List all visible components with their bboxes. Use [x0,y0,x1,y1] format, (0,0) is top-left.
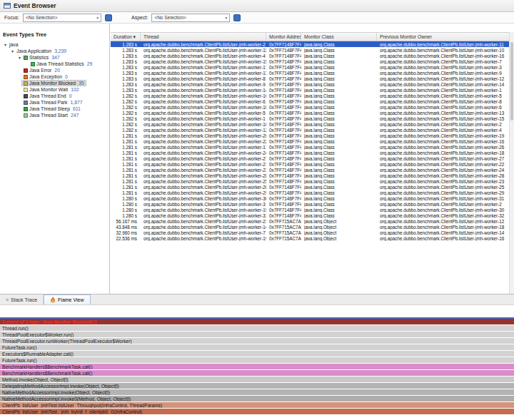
flame-root-frame[interactable]: 1 event of 1 type: Java Monitor Blocked[… [0,319,514,324]
cell-monitor-address: 0x7FF7148F7F40 [266,65,301,70]
table-row[interactable]: 56.167 msorg.apache.dubbo.benchmark.Clie… [111,218,509,224]
table-row[interactable]: 32.960 msorg.apache.dubbo.benchmark.Clie… [111,230,509,235]
table-row[interactable]: 1.281 sorg.apache.dubbo.benchmark.Client… [111,155,509,161]
column-header-thread[interactable]: Thread [141,33,266,41]
flame-frame[interactable]: ThreadPoolExecutor.runWorker(ThreadPoolE… [0,338,514,344]
flame-frame[interactable]: FutureTask.run() [0,344,514,350]
event-types-tree-panel: Event Types Tree ▾java▾Java Application3… [0,24,110,294]
table-row[interactable]: 1.281 sorg.apache.dubbo.benchmark.Client… [111,133,509,138]
flame-frame[interactable]: FutureTask.run() [0,357,514,363]
tree-item-java-monitor-wait[interactable]: Java Monitor Wait102 [0,86,109,93]
table-row[interactable]: 1.282 sorg.apache.dubbo.benchmark.Client… [111,110,509,116]
flame-frame[interactable]: NativeMethodAccessorImpl.invoke0(Method,… [0,396,514,401]
cell-duration: 1.282 s [111,116,141,121]
flame-frame[interactable]: ClientPb_listUser_jmhTest._jmh_tryInit_f… [0,409,514,414]
table-row[interactable]: 1.283 sorg.apache.dubbo.benchmark.Client… [111,70,509,76]
expand-arrow-icon[interactable]: ▾ [17,55,22,60]
scrollbar-thumb[interactable] [510,42,513,121]
tree-item-java-exception[interactable]: Java Exception0 [0,73,109,80]
tree-item-java-thread-park[interactable]: Java Thread Park1,877 [0,99,109,106]
expand-arrow-icon[interactable]: ▾ [10,48,15,53]
table-row[interactable]: 1.280 sorg.apache.dubbo.benchmark.Client… [111,201,509,207]
cell-previous-monitor-owner: org.apache.dubbo.benchmark.ClientPb.list… [377,53,509,58]
event-type-icon [24,81,28,86]
table-row[interactable]: 1.283 sorg.apache.dubbo.benchmark.Client… [111,58,509,64]
table-row[interactable]: 1.282 sorg.apache.dubbo.benchmark.Client… [111,116,509,121]
table-row[interactable]: 22.536 msorg.apache.dubbo.benchmark.Clie… [111,235,509,241]
column-header-previous-monitor-owner[interactable]: Previous Monitor Owner [377,33,514,41]
cell-monitor-address: 0x7FF7148F7F40 [266,185,301,190]
cell-monitor-class: java.lang.Class [301,173,377,178]
table-row[interactable]: 1.283 sorg.apache.dubbo.benchmark.Client… [111,87,509,93]
event-table-panel: Duration ▾ThreadMonitor AddressMonitor C… [111,24,514,294]
flame-frame[interactable]: BenchmarkHandlers$BenchmarkTask.call() [0,364,514,369]
table-row[interactable]: 43.848 msorg.apache.dubbo.benchmark.Clie… [111,224,509,230]
tree-item-java-thread-sleep[interactable]: Java Thread Sleep611 [0,106,109,112]
table-row[interactable]: 1.281 sorg.apache.dubbo.benchmark.Client… [111,150,509,155]
table-row[interactable]: 1.281 sorg.apache.dubbo.benchmark.Client… [111,144,509,150]
table-row[interactable]: 1.281 sorg.apache.dubbo.benchmark.Client… [111,178,509,184]
column-header-monitor-class[interactable]: Monitor Class [301,33,377,41]
tree-item-java-thread-start[interactable]: Java Thread Start247 [0,112,109,118]
table-row[interactable]: 1.283 sorg.apache.dubbo.benchmark.Client… [111,81,509,87]
tree-item-java-thread-end[interactable]: Java Thread End0 [0,93,109,99]
tree-item-statistics[interactable]: ▾Statistics347 [0,54,109,61]
tree-item-java-thread-statistics[interactable]: Java Thread Statistics29 [0,61,109,67]
cell-previous-monitor-owner: org.apache.dubbo.benchmark.ClientPb.list… [377,99,509,104]
cell-previous-monitor-owner: org.apache.dubbo.benchmark.ClientPb.list… [377,173,509,178]
cell-monitor-address: 0x7FF715AC7A00 [266,236,301,241]
tree-item-java[interactable]: ▾java [0,41,109,48]
cell-previous-monitor-owner: org.apache.dubbo.benchmark.ClientPb.list… [377,156,509,161]
table-row[interactable]: 1.281 sorg.apache.dubbo.benchmark.Client… [111,173,509,178]
column-header-duration[interactable]: Duration ▾ [111,33,141,41]
cell-monitor-class: java.lang.Class [301,185,377,190]
cell-duration: 1.282 s [111,122,141,127]
aspect-filter-button[interactable] [233,14,241,21]
table-row[interactable]: 1.283 sorg.apache.dubbo.benchmark.Client… [111,53,509,58]
cell-monitor-address: 0x7FF7148F7F40 [266,122,301,127]
cell-duration: 1.283 s [111,71,141,76]
cell-previous-monitor-owner: org.apache.dubbo.benchmark.ClientPb.list… [377,133,509,138]
focus-select[interactable]: <No Selection> ▾ [23,14,101,22]
flame-frame[interactable]: Method.invoke(Object, Object[]) [0,377,514,382]
table-row[interactable]: 1.283 sorg.apache.dubbo.benchmark.Client… [111,76,509,81]
aspect-select[interactable]: <No Selection> ▾ [151,14,230,22]
table-row[interactable]: 1.281 sorg.apache.dubbo.benchmark.Client… [111,138,509,144]
table-row[interactable]: 1.282 sorg.apache.dubbo.benchmark.Client… [111,98,509,104]
tree-item-java-application[interactable]: ▾Java Application3,239 [0,48,109,54]
event-type-icon [24,56,28,60]
table-row[interactable]: 1.283 sorg.apache.dubbo.benchmark.Client… [111,47,509,53]
cell-previous-monitor-owner: org.apache.dubbo.benchmark.ClientPb.list… [377,190,509,195]
cell-thread: org.apache.dubbo.benchmark.ClientPb.list… [141,99,266,104]
flame-frame[interactable]: ClientPb_listUser_jmhTest.listUser_Throu… [0,402,514,408]
table-row[interactable]: 1.283 sorg.apache.dubbo.benchmark.Client… [111,41,509,47]
table-row[interactable]: 1.281 sorg.apache.dubbo.benchmark.Client… [111,161,509,167]
table-row[interactable]: 1.282 sorg.apache.dubbo.benchmark.Client… [111,104,509,110]
flame-frame[interactable]: Thread.run() [0,325,514,331]
expand-arrow-icon[interactable]: ▾ [3,42,8,47]
table-row[interactable]: 1.282 sorg.apache.dubbo.benchmark.Client… [111,93,509,98]
cell-previous-monitor-owner: org.apache.dubbo.benchmark.ClientPb.list… [377,196,509,201]
tree-item-java-monitor-blocked[interactable]: Java Monitor Blocked35 [0,80,109,86]
flame-frame[interactable]: ThreadPoolExecutor$Worker.run() [0,332,514,337]
tree-item-java-error[interactable]: Java Error20 [0,67,109,73]
table-row[interactable]: 1.282 sorg.apache.dubbo.benchmark.Client… [111,121,509,127]
table-row[interactable]: 1.281 sorg.apache.dubbo.benchmark.Client… [111,190,509,195]
table-row[interactable]: 1.282 sorg.apache.dubbo.benchmark.Client… [111,127,509,133]
flame-frame[interactable]: DelegatingMethodAccessorImpl.invoke(Obje… [0,383,514,389]
flame-frame[interactable]: BenchmarkHandlers$BenchmarkTask.call() [0,370,514,376]
flame-frame[interactable]: NativeMethodAccessorImpl.invoke(Object, … [0,389,514,395]
table-row[interactable]: 1.280 sorg.apache.dubbo.benchmark.Client… [111,195,509,201]
table-row[interactable]: 1.281 sorg.apache.dubbo.benchmark.Client… [111,167,509,173]
table-row[interactable]: 1.281 sorg.apache.dubbo.benchmark.Client… [111,184,509,190]
column-header-monitor-address[interactable]: Monitor Address [266,33,301,41]
table-row[interactable]: 1.280 sorg.apache.dubbo.benchmark.Client… [111,207,509,212]
flame-frame[interactable]: Executors$RunnableAdapter.call() [0,351,514,357]
table-row[interactable]: 1.283 sorg.apache.dubbo.benchmark.Client… [111,64,509,70]
cell-monitor-class: java.lang.Class [301,111,377,116]
table-row[interactable]: 1.280 sorg.apache.dubbo.benchmark.Client… [111,212,509,218]
focus-filter-button[interactable] [105,14,112,21]
table-scrollbar[interactable] [509,32,514,294]
tab-stack-trace[interactable]: ≡ Stack Trace [0,294,44,304]
tab-flame-view[interactable]: Flame View [44,294,90,304]
